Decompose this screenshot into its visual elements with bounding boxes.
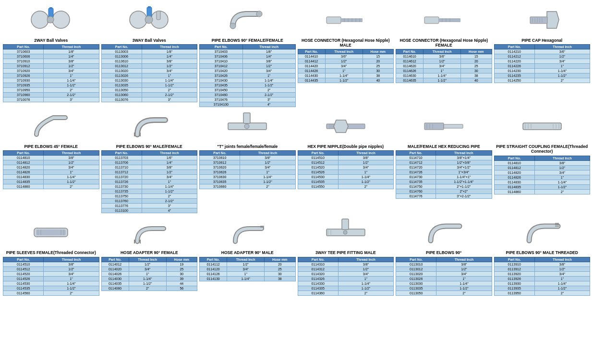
table-header: Hose mm: [461, 49, 492, 54]
table-cell: 3/8": [142, 165, 197, 170]
table-cell: 1/2"×3/8": [436, 160, 492, 165]
table-row: 01146103/6"15: [396, 54, 492, 59]
table-cell: 0114535: [298, 180, 338, 184]
table-cell: 38: [363, 73, 393, 78]
table-cell: 0114710: [396, 156, 436, 160]
table-row: 01130061/4": [101, 54, 197, 59]
table-cell: 0114212: [494, 54, 534, 59]
table-header: Thread Inch: [129, 257, 166, 262]
table-cell: 1/2": [227, 262, 265, 267]
table-cell: 2": [338, 291, 393, 295]
product-title-t-joints-fff: "T" joints female/female/female: [217, 144, 278, 149]
table-cell: 0114420: [298, 64, 325, 69]
table-cell: 3/8": [240, 156, 295, 160]
table-cell: 0114035: [101, 281, 129, 286]
table-cell: 20: [265, 262, 295, 267]
table-cell: 2": [436, 291, 492, 295]
table-cell: 1": [338, 276, 393, 281]
table-cell: 3": [142, 97, 197, 102]
table-cell: 0114430: [298, 73, 325, 78]
table-row: 01143301-1/4": [298, 281, 394, 286]
table-cell: 3/8": [142, 59, 197, 64]
table-row: 01146261"30: [396, 69, 492, 73]
table-row: 01139502": [494, 291, 590, 295]
table-row: 37104203/4": [200, 69, 296, 73]
product-cell-hose-adapter-90-male: HOSE ADAPTER 90° MALEPart No.Thread Inch…: [199, 215, 296, 295]
table-row: 01140121/2"19: [101, 262, 197, 267]
table-cell: 1/2": [534, 267, 590, 271]
svg-rect-41: [243, 113, 250, 123]
table-cell: 0114226: [494, 64, 534, 69]
table-row: 37109502": [3, 88, 99, 93]
table-row: 01140602"56: [101, 286, 197, 291]
table-cell: 0113020: [101, 69, 142, 73]
product-image-2way-ball-valves: [3, 3, 99, 36]
table-cell: 1-1/4"×1": [436, 175, 492, 180]
table-cell: 3710603: [3, 49, 44, 54]
table-cell: 1-1/2": [44, 180, 99, 184]
table-cell: 0114860: [3, 184, 44, 189]
table-row: 01137763": [101, 204, 197, 208]
table-cell: 3710476: [200, 97, 243, 102]
table-cell: 0113050: [396, 291, 436, 295]
table-cell: 3/4": [338, 271, 393, 276]
table-row: 01137351-1/2": [101, 189, 197, 194]
table-cell: 1-1/2": [436, 286, 492, 291]
table-header: Thread Inch: [44, 45, 99, 49]
table-cell: 40: [461, 78, 492, 83]
table-row: 37106203/4": [200, 165, 296, 170]
table-row: 01130203/4": [396, 271, 492, 276]
table-cell: 0114776: [396, 194, 436, 199]
table-row: 37104763": [200, 97, 296, 102]
table-row: 01137261": [101, 180, 197, 184]
table-cell: 3/4": [534, 170, 590, 175]
table-header: Part No.: [298, 49, 325, 54]
table-cell: 3710926: [3, 73, 44, 78]
table-row: 37109602-1/2": [3, 93, 99, 97]
product-grid: 2WAY Ball ValvesPart No.Thread Inch37106…: [0, 0, 593, 299]
table-cell: 0113610: [101, 59, 142, 64]
table-cell: 3/8": [338, 262, 393, 267]
table-cell: 0114826: [3, 170, 44, 175]
svg-point-2: [52, 11, 70, 28]
table-row: 01130121/2": [101, 64, 197, 69]
table-cell: 3710960: [3, 93, 44, 97]
table-cell: 1/2": [142, 170, 197, 175]
product-cell-pipe-elbows-90-male-threaded: PIPE ELBOWS 90° MALE THREADEDPart No.Thr…: [494, 215, 591, 295]
product-cell-3way-tee-pipe-male: 3WAY TEE PIPE FITTING MALEPart No.Thread…: [298, 215, 394, 295]
table-row: 01137061/4": [101, 160, 197, 165]
table-header: Thread Inch: [227, 257, 265, 262]
table-row: 37100763": [3, 97, 99, 102]
product-cell-hex-pipe-nipple: HEX PIPE NIPPLE(Double pipe nipples)Part…: [298, 109, 394, 213]
table-row: 01148203/4": [494, 170, 590, 175]
table-row: 01142301-1/4": [494, 69, 590, 73]
table-header: Thread Inch: [424, 49, 461, 54]
table-cell: 0113035: [396, 286, 436, 291]
product-title-male-female-hex-reducing: MALE/FEMALE HEX REDUCING PIPE: [408, 144, 480, 149]
product-title-pipe-elbows-90-ff: PIPE ELBOWS 90° FEMALE/FEMALE: [212, 38, 283, 43]
product-table-pipe-elbows-45-female: Part No.Thread Inch01148103/8"01148121/2…: [3, 150, 99, 189]
table-row: 01130351-1/2": [396, 286, 492, 291]
table-cell: 0113920: [494, 271, 534, 276]
product-image-hose-adapter-90-female: [101, 215, 198, 249]
table-row: 01137121/2": [101, 170, 197, 175]
table-cell: 3/4": [227, 267, 265, 271]
table-cell: 3/8": [338, 156, 393, 160]
table-row: 01144103/6"15: [298, 54, 394, 59]
table-row: 37104031/8": [200, 49, 296, 54]
table-cell: 25: [166, 267, 197, 271]
table-header: Hose mm: [363, 49, 393, 54]
product-cell-pipe-sleeves-female: PIPE SLEEVES FEMALE(Threaded Connector)P…: [3, 215, 99, 295]
table-cell: 0114750: [396, 184, 436, 189]
table-header: Thread Inch: [534, 45, 590, 49]
table-cell: 1/8": [44, 49, 99, 54]
table-row: 01137502": [101, 194, 197, 199]
table-row: 01130763": [101, 97, 197, 102]
product-image-pipe-elbows-90-mf: [101, 109, 198, 143]
table-row: 01144301-1/4"38: [298, 73, 394, 78]
table-cell: 44: [166, 281, 197, 286]
table-cell: 0113030: [101, 78, 142, 83]
table-cell: 3/4": [338, 165, 393, 170]
table-cell: 0114210: [494, 49, 534, 54]
table-header: Part No.: [101, 151, 142, 156]
